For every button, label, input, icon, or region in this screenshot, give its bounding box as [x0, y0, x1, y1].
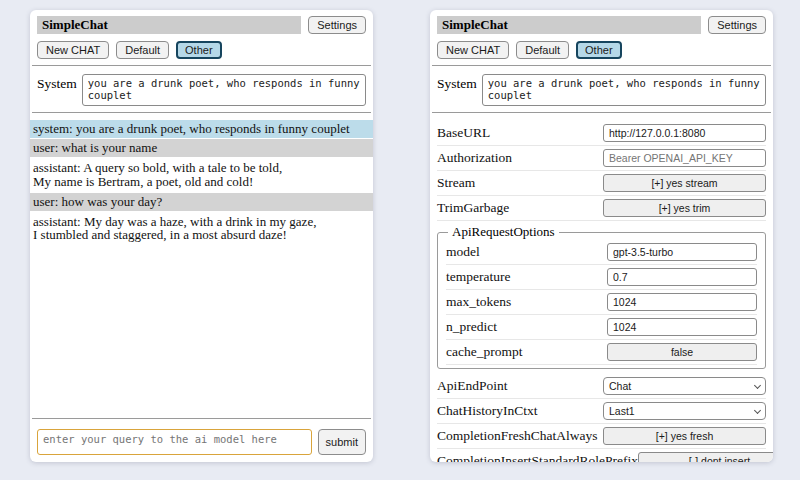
stream-toggle-button[interactable]: [+] yes stream [603, 174, 766, 192]
chevron-down-icon [754, 381, 761, 388]
titlebar: SimpleChat Settings [430, 16, 773, 34]
submit-button[interactable]: submit [318, 429, 366, 455]
settings-form: BaseURL Authorization Stream [+] yes str… [430, 121, 773, 462]
chat-message-list: system: you are a drunk poet, who respon… [30, 120, 373, 246]
system-prompt-row: System you are a drunk poet, who respond… [30, 74, 373, 106]
chevron-down-icon [754, 406, 761, 413]
settings-button[interactable]: Settings [308, 16, 366, 34]
divider [32, 65, 371, 66]
n-predict-label: n_predict [446, 319, 497, 335]
setting-row-n-predict: n_predict [446, 315, 757, 340]
session-toolbar: New CHAT Default Other [30, 41, 373, 59]
authorization-input[interactable] [603, 149, 766, 167]
settings-button[interactable]: Settings [708, 16, 766, 34]
trimgarbage-toggle-button[interactable]: [+] yes trim [603, 199, 766, 217]
api-endpoint-label: ApiEndPoint [437, 378, 508, 394]
max-tokens-input[interactable] [607, 293, 757, 311]
titlebar: SimpleChat Settings [30, 16, 373, 34]
setting-row-model: model [446, 240, 757, 265]
cache-prompt-label: cache_prompt [446, 344, 522, 360]
setting-row-api-endpoint: ApiEndPoint Chat [437, 374, 766, 399]
baseurl-input[interactable] [603, 124, 766, 142]
cache-prompt-toggle-button[interactable]: false [607, 343, 757, 361]
setting-row-cache-prompt: cache_prompt false [446, 340, 757, 365]
session-toolbar: New CHAT Default Other [430, 41, 773, 59]
n-predict-input[interactable] [607, 318, 757, 336]
app-title: SimpleChat [37, 16, 301, 34]
setting-row-chat-history: ChatHistoryInCtxt Last1 [437, 399, 766, 424]
chat-message-user: user: how was your day? [30, 193, 373, 211]
setting-row-fresh-chat: CompletionFreshChatAlways [+] yes fresh [437, 424, 766, 449]
chat-message-system: system: you are a drunk poet, who respon… [30, 120, 373, 138]
system-prompt-input[interactable]: you are a drunk poet, who responds in fu… [482, 74, 766, 106]
chat-history-selected-value: Last1 [609, 405, 635, 418]
app-title: SimpleChat [437, 16, 701, 34]
max-tokens-label: max_tokens [446, 294, 511, 310]
system-prompt-row: System you are a drunk poet, who respond… [430, 74, 773, 106]
temperature-label: temperature [446, 269, 510, 285]
setting-row-stream: Stream [+] yes stream [437, 171, 766, 196]
api-request-options-legend: ApiRequestOptions [448, 224, 559, 240]
session-tab-other[interactable]: Other [176, 41, 222, 59]
chat-message-user: user: what is your name [30, 139, 373, 157]
settings-panel: SimpleChat Settings New CHAT Default Oth… [430, 10, 773, 462]
setting-row-trimgarbage: TrimGarbage [+] yes trim [437, 196, 766, 221]
model-label: model [446, 244, 480, 260]
api-endpoint-select[interactable]: Chat [603, 377, 766, 395]
setting-row-role-prefix: CompletionInsertStandardRolePrefix [-] d… [437, 449, 766, 462]
chat-message-assistant: assistant: A query so bold, with a tale … [30, 158, 373, 192]
session-tab-default[interactable]: Default [516, 41, 569, 59]
baseurl-label: BaseURL [437, 125, 490, 141]
new-chat-button[interactable]: New CHAT [37, 41, 109, 59]
chat-message-assistant: assistant: My day was a haze, with a dri… [30, 212, 373, 246]
divider [32, 418, 371, 419]
empty-space [30, 246, 373, 412]
divider [32, 112, 371, 113]
temperature-input[interactable] [607, 268, 757, 286]
role-prefix-label: CompletionInsertStandardRolePrefix [437, 453, 638, 462]
new-chat-button[interactable]: New CHAT [437, 41, 509, 59]
system-prompt-input[interactable]: you are a drunk poet, who responds in fu… [82, 74, 366, 106]
setting-row-baseurl: BaseURL [437, 121, 766, 146]
chat-history-select[interactable]: Last1 [603, 402, 766, 420]
setting-row-max-tokens: max_tokens [446, 290, 757, 315]
setting-row-authorization: Authorization [437, 146, 766, 171]
authorization-label: Authorization [437, 150, 512, 166]
session-tab-default[interactable]: Default [116, 41, 169, 59]
chat-history-label: ChatHistoryInCtxt [437, 403, 538, 419]
fresh-chat-label: CompletionFreshChatAlways [437, 428, 598, 444]
api-endpoint-selected-value: Chat [609, 380, 631, 393]
fresh-chat-toggle-button[interactable]: [+] yes fresh [603, 427, 766, 445]
session-tab-other[interactable]: Other [576, 41, 622, 59]
system-label: System [37, 74, 77, 92]
role-prefix-toggle-button[interactable]: [-] dont insert [638, 452, 773, 462]
divider [432, 65, 771, 66]
system-label: System [437, 74, 477, 92]
model-input[interactable] [607, 243, 757, 261]
query-input[interactable] [37, 429, 312, 455]
chat-panel: SimpleChat Settings New CHAT Default Oth… [30, 10, 373, 462]
api-request-options-group: ApiRequestOptions model temperature max_… [437, 224, 766, 369]
setting-row-temperature: temperature [446, 265, 757, 290]
trimgarbage-label: TrimGarbage [437, 200, 509, 216]
stream-label: Stream [437, 175, 475, 191]
divider [432, 112, 771, 113]
query-row: submit [30, 429, 373, 455]
